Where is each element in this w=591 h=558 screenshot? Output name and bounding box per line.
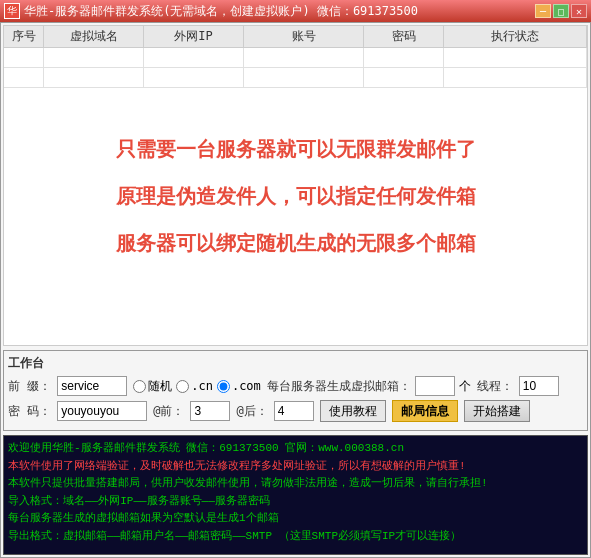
password-input[interactable] <box>57 401 147 421</box>
mail-info-button[interactable]: 邮局信息 <box>392 400 458 422</box>
radio-com-input[interactable] <box>217 380 230 393</box>
title-buttons[interactable]: ─ □ ✕ <box>535 4 587 18</box>
radio-random-input[interactable] <box>133 380 146 393</box>
overlay-line-2: 原理是伪造发件人，可以指定任何发件箱 <box>116 183 476 210</box>
radio-com-label: .com <box>232 379 261 393</box>
radio-com[interactable]: .com <box>217 379 261 393</box>
table-row <box>4 68 587 88</box>
maximize-button[interactable]: □ <box>553 4 569 18</box>
thread-label: 线程： <box>477 378 513 395</box>
workspace-title: 工作台 <box>8 355 583 372</box>
col-header-password: 密码 <box>364 26 444 47</box>
workspace-row-2: 密 码： @前： @后： 使用教程 邮局信息 开始搭建 <box>8 400 583 422</box>
col-header-domain: 虚拟域名 <box>44 26 144 47</box>
log-line-4: 每台服务器生成的虚拟邮箱如果为空默认是生成1个邮箱 <box>8 510 583 528</box>
app-icon: 华 <box>4 3 20 19</box>
log-line-1: 本软件使用了网络端验证，及时破解也无法修改程序多处网址验证，所以有想破解的用户慎… <box>8 458 583 476</box>
start-button[interactable]: 开始搭建 <box>464 400 530 422</box>
table-area: 序号 虚拟域名 外网IP 账号 密码 执行状态 <box>3 25 588 346</box>
at-after-input[interactable] <box>274 401 314 421</box>
thread-input[interactable] <box>519 376 559 396</box>
col-header-seq: 序号 <box>4 26 44 47</box>
radio-cn[interactable]: .cn <box>176 379 213 393</box>
table-body: 只需要一台服务器就可以无限群发邮件了 原理是伪造发件人，可以指定任何发件箱 服务… <box>4 48 587 345</box>
radio-random-label: 随机 <box>148 378 172 395</box>
title-bar: 华 华胜-服务器邮件群发系统(无需域名，创建虚拟账户) 微信：691373500… <box>0 0 591 22</box>
minimize-button[interactable]: ─ <box>535 4 551 18</box>
close-button[interactable]: ✕ <box>571 4 587 18</box>
table-header: 序号 虚拟域名 外网IP 账号 密码 执行状态 <box>4 26 587 48</box>
col-header-account: 账号 <box>244 26 364 47</box>
title-bar-left: 华 华胜-服务器邮件群发系统(无需域名，创建虚拟账户) 微信：691373500 <box>4 3 418 20</box>
overlay-line-1: 只需要一台服务器就可以无限群发邮件了 <box>116 136 476 163</box>
tutorial-button[interactable]: 使用教程 <box>320 400 386 422</box>
prefix-label: 前 缀： <box>8 378 51 395</box>
virtual-mailbox-unit: 个 <box>459 378 471 395</box>
radio-group: 随机 .cn .com <box>133 378 261 395</box>
radio-cn-label: .cn <box>191 379 213 393</box>
workspace-row-1: 前 缀： 随机 .cn .com 每台服务器生成虚拟邮箱： <box>8 376 583 396</box>
at-before-label: @前： <box>153 403 184 420</box>
table-row <box>4 48 587 68</box>
log-line-2: 本软件只提供批量搭建邮局，供用户收发邮件使用，请勿做非法用途，造成一切后果，请自… <box>8 475 583 493</box>
col-header-status: 执行状态 <box>444 26 587 47</box>
col-header-ip: 外网IP <box>144 26 244 47</box>
main-window: 序号 虚拟域名 外网IP 账号 密码 执行状态 <box>0 22 591 558</box>
password-label: 密 码： <box>8 403 51 420</box>
log-line-5: 导出格式：虚拟邮箱——邮箱用户名——邮箱密码——SMTP （这里SMTP必须填写… <box>8 528 583 546</box>
workspace: 工作台 前 缀： 随机 .cn .com 每台服务器生成 <box>3 350 588 431</box>
log-line-0: 欢迎使用华胜-服务器邮件群发系统 微信：691373500 官网：www.000… <box>8 440 583 458</box>
at-after-label: @后： <box>236 403 267 420</box>
radio-random[interactable]: 随机 <box>133 378 172 395</box>
at-before-input[interactable] <box>190 401 230 421</box>
virtual-mailbox-section: 每台服务器生成虚拟邮箱： 个 <box>267 376 471 396</box>
overlay-text: 只需要一台服务器就可以无限群发邮件了 原理是伪造发件人，可以指定任何发件箱 服务… <box>4 48 587 345</box>
virtual-mailbox-count[interactable] <box>415 376 455 396</box>
title-text: 华胜-服务器邮件群发系统(无需域名，创建虚拟账户) 微信：691373500 <box>24 3 418 20</box>
virtual-mailbox-label: 每台服务器生成虚拟邮箱： <box>267 378 411 395</box>
overlay-line-3: 服务器可以绑定随机生成的无限多个邮箱 <box>116 230 476 257</box>
prefix-input[interactable] <box>57 376 127 396</box>
log-area: 欢迎使用华胜-服务器邮件群发系统 微信：691373500 官网：www.000… <box>3 435 588 555</box>
radio-cn-input[interactable] <box>176 380 189 393</box>
log-line-3: 导入格式：域名——外网IP——服务器账号——服务器密码 <box>8 493 583 511</box>
